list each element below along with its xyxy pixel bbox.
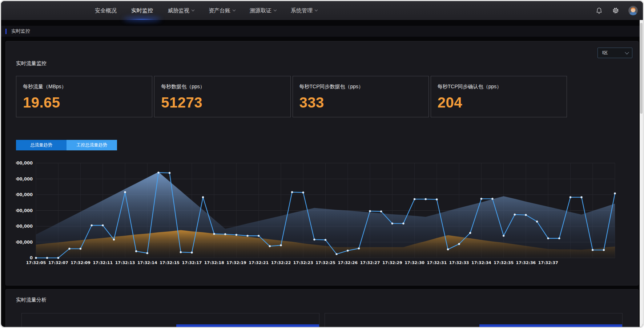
- svg-text:17:32:18: 17:32:18: [204, 260, 224, 265]
- table-column-header: 总流量: [515, 327, 551, 328]
- bell-icon: [596, 7, 603, 15]
- analysis-subpanel-0: Top协议分布协议名称总流量平均流量总数据包: [21, 313, 319, 328]
- line-chart: 05,000,00010,000,00015,000,00020,000,000…: [16, 155, 634, 268]
- main-nav: 安全概况实时监控威胁监视资产台账溯源取证系统管理: [95, 1, 332, 20]
- subpanel-title: Top工控协议分布: [334, 326, 381, 328]
- table-column-header: 平均流量: [247, 327, 283, 328]
- nav-item-label: 资产台账: [209, 7, 230, 14]
- svg-text:17:32:29: 17:32:29: [382, 260, 402, 265]
- vertical-scrollbar[interactable]: [640, 20, 643, 328]
- chevron-down-icon: [233, 8, 236, 11]
- chevron-down-icon: [274, 8, 277, 11]
- scrollbar-thumb[interactable]: [640, 23, 643, 114]
- active-tab-glow: [125, 19, 160, 20]
- svg-text:17:32:19: 17:32:19: [226, 260, 246, 265]
- table-header: 协议名称总流量平均流量总数据包: [479, 324, 622, 328]
- navbar-actions: [595, 1, 638, 20]
- svg-text:0: 0: [30, 255, 33, 260]
- stat-card-label: 每秒TCP同步数据包（pps）: [299, 84, 422, 90]
- nav-item-4[interactable]: 溯源取证: [250, 1, 276, 20]
- svg-text:17:32:34: 17:32:34: [471, 260, 491, 265]
- chevron-down-icon: [625, 50, 629, 54]
- svg-text:17:32:21: 17:32:21: [249, 260, 269, 265]
- section-title-traffic-monitor: 实时流量监控: [16, 60, 628, 67]
- user-avatar[interactable]: [628, 6, 638, 15]
- table-column-header: 总数据包: [587, 327, 622, 328]
- zone-select-dropdown[interactable]: I区: [597, 48, 632, 58]
- stat-card-label: 每秒TCP同步确认包（pps）: [438, 84, 560, 90]
- svg-text:17:32:11: 17:32:11: [93, 260, 113, 265]
- svg-text:17:32:33: 17:32:33: [449, 260, 469, 265]
- stat-card-0: 每秒流量（MBps）19.65: [16, 76, 152, 117]
- trend-tabs: 总流量趋势工控总流量趋势: [16, 140, 628, 150]
- table-column-header: 协议名称: [479, 327, 515, 328]
- notification-bell-button[interactable]: [595, 7, 603, 15]
- svg-text:10,000,000: 10,000,000: [16, 224, 33, 229]
- svg-text:17:32:09: 17:32:09: [71, 260, 90, 265]
- top-navbar: 安全概况实时监控威胁监视资产台账溯源取证系统管理: [1, 1, 643, 20]
- avatar-image: [628, 6, 638, 15]
- zone-select-value: I区: [602, 50, 608, 56]
- svg-text:5,000,000: 5,000,000: [16, 240, 33, 245]
- breadcrumb-accent: [5, 29, 7, 34]
- svg-text:17:32:31: 17:32:31: [427, 260, 447, 265]
- nav-item-2[interactable]: 威胁监视: [168, 1, 194, 20]
- svg-text:25,000,000: 25,000,000: [16, 177, 33, 182]
- table-column-header: 总流量: [212, 327, 247, 328]
- nav-item-1[interactable]: 实时监控: [131, 1, 153, 20]
- svg-text:17:32:05: 17:32:05: [26, 260, 46, 265]
- traffic-trend-chart: 05,000,00010,000,00015,000,00020,000,000…: [16, 155, 628, 270]
- stat-card-2: 每秒TCP同步数据包（pps）333: [293, 76, 429, 117]
- svg-text:17:32:27: 17:32:27: [360, 260, 380, 265]
- analysis-subpanel-1: Top工控协议分布协议名称总流量平均流量总数据包: [325, 313, 623, 328]
- nav-item-label: 溯源取证: [250, 7, 271, 14]
- svg-text:20,000,000: 20,000,000: [16, 192, 33, 197]
- svg-text:17:32:25: 17:32:25: [315, 260, 335, 265]
- svg-text:17:32:15: 17:32:15: [160, 260, 180, 265]
- svg-text:15,000,000: 15,000,000: [16, 208, 33, 213]
- svg-text:17:32:17: 17:32:17: [182, 260, 202, 265]
- table-column-header: 协议名称: [176, 327, 212, 328]
- stat-card-value: 19.65: [23, 94, 145, 111]
- nav-item-3[interactable]: 资产台账: [209, 1, 235, 20]
- svg-text:17:32:26: 17:32:26: [338, 260, 358, 265]
- svg-text:30,000,000: 30,000,000: [16, 161, 33, 166]
- svg-text:17:32:13: 17:32:13: [115, 260, 135, 265]
- stat-card-3: 每秒TCP同步确认包（pps）204: [431, 76, 567, 117]
- stat-card-label: 每秒流量（MBps）: [23, 84, 145, 90]
- table-header: 协议名称总流量平均流量总数据包: [176, 324, 319, 328]
- svg-text:17:32:22: 17:32:22: [271, 260, 291, 265]
- svg-text:17:32:30: 17:32:30: [404, 260, 424, 265]
- tab-1[interactable]: 工控总流量趋势: [67, 140, 117, 150]
- stat-card-value: 51273: [161, 94, 283, 111]
- realtime-monitor-panel: I区 实时流量监控 每秒流量（MBps）19.65每秒数据包（pps）51273…: [5, 41, 639, 286]
- nav-item-label: 系统管理: [291, 7, 313, 14]
- gear-icon: [612, 7, 619, 14]
- settings-button[interactable]: [612, 7, 620, 15]
- chevron-down-icon: [192, 8, 194, 11]
- nav-item-0[interactable]: 安全概况: [95, 1, 117, 20]
- chevron-down-icon: [315, 8, 318, 11]
- stat-card-value: 204: [438, 94, 560, 111]
- section-title-traffic-analysis: 实时流量分析: [16, 297, 628, 303]
- nav-item-label: 安全概况: [95, 7, 117, 14]
- realtime-analysis-panel: 实时流量分析 Top协议分布协议名称总流量平均流量总数据包Top工控协议分布协议…: [5, 289, 639, 328]
- stat-card-value: 333: [299, 94, 422, 111]
- stat-cards-row: 每秒流量（MBps）19.65每秒数据包（pps）51273每秒TCP同步数据包…: [16, 76, 567, 117]
- table-column-header: 平均流量: [551, 327, 586, 328]
- breadcrumb: 实时监控: [11, 28, 30, 35]
- svg-text:17:32:37: 17:32:37: [538, 260, 558, 265]
- svg-text:17:32:36: 17:32:36: [516, 260, 536, 265]
- table-column-header: 总数据包: [283, 327, 319, 328]
- app-window: 安全概况实时监控威胁监视资产台账溯源取证系统管理: [0, 0, 644, 328]
- svg-text:17:32:14: 17:32:14: [137, 260, 157, 265]
- breadcrumb-bar: 实时监控: [1, 26, 643, 37]
- subpanel-title: Top协议分布: [31, 326, 65, 328]
- nav-item-label: 实时监控: [131, 7, 153, 14]
- tab-0[interactable]: 总流量趋势: [16, 140, 67, 150]
- svg-text:17:32:07: 17:32:07: [48, 260, 68, 265]
- stat-card-1: 每秒数据包（pps）51273: [154, 76, 290, 117]
- svg-text:17:32:35: 17:32:35: [494, 260, 514, 265]
- stat-card-label: 每秒数据包（pps）: [161, 84, 283, 90]
- nav-item-5[interactable]: 系统管理: [291, 1, 317, 20]
